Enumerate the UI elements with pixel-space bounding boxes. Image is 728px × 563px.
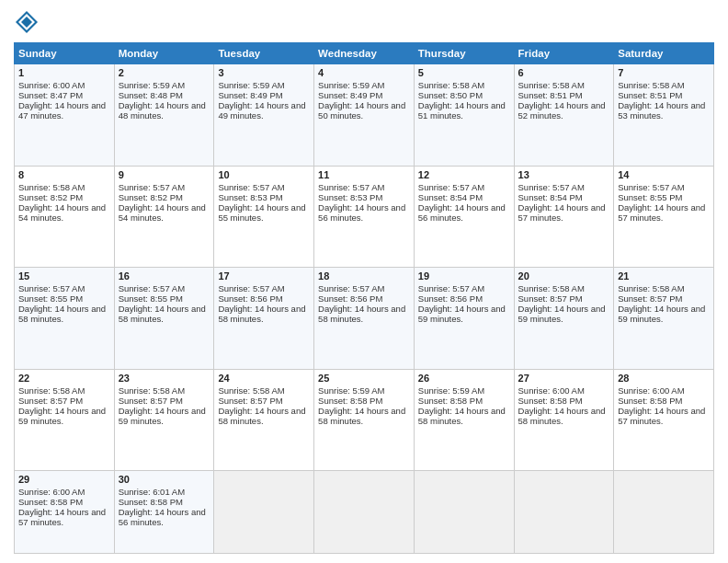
calendar-week-row: 15 Sunrise: 5:57 AM Sunset: 8:55 PM Dayl…: [15, 268, 714, 370]
sunrise-text: Sunrise: 5:57 AM: [618, 182, 684, 192]
day-number: 23: [119, 373, 210, 384]
sunset-text: Sunset: 8:57 PM: [518, 293, 583, 304]
daylight-text: Daylight: 14 hours and 59 minutes.: [418, 304, 506, 324]
daylight-text: Daylight: 14 hours and 53 minutes.: [618, 100, 705, 121]
sunrise-text: Sunrise: 5:59 AM: [318, 80, 384, 90]
table-row: 16 Sunrise: 5:57 AM Sunset: 8:55 PM Dayl…: [114, 268, 214, 370]
col-sunday: Sunday: [15, 43, 115, 64]
day-number: 1: [18, 67, 110, 78]
table-row: 23 Sunrise: 5:58 AM Sunset: 8:57 PM Dayl…: [114, 369, 214, 471]
sunrise-text: Sunrise: 5:57 AM: [119, 182, 185, 192]
sunset-text: Sunset: 8:50 PM: [418, 90, 483, 100]
day-number: 13: [518, 169, 610, 180]
day-number: 16: [119, 270, 210, 282]
table-row: [214, 471, 314, 554]
daylight-text: Daylight: 14 hours and 48 minutes.: [119, 100, 206, 121]
sunset-text: Sunset: 8:52 PM: [119, 192, 183, 202]
calendar-week-row: 22 Sunrise: 5:58 AM Sunset: 8:57 PM Dayl…: [15, 369, 714, 471]
sunrise-text: Sunrise: 5:57 AM: [418, 283, 484, 293]
table-row: 18 Sunrise: 5:57 AM Sunset: 8:56 PM Dayl…: [314, 268, 415, 370]
day-number: 18: [318, 270, 410, 282]
sunrise-text: Sunrise: 5:57 AM: [218, 283, 284, 293]
daylight-text: Daylight: 14 hours and 57 minutes.: [518, 202, 606, 223]
sunrise-text: Sunrise: 5:59 AM: [318, 385, 384, 396]
calendar-week-row: 29 Sunrise: 6:00 AM Sunset: 8:58 PM Dayl…: [15, 471, 714, 554]
table-row: 9 Sunrise: 5:57 AM Sunset: 8:52 PM Dayli…: [114, 166, 214, 268]
table-row: [414, 471, 514, 554]
sunset-text: Sunset: 8:58 PM: [318, 396, 382, 406]
day-number: 30: [119, 474, 210, 485]
day-number: 15: [18, 270, 110, 282]
sunrise-text: Sunrise: 5:57 AM: [418, 182, 484, 192]
table-row: 20 Sunrise: 5:58 AM Sunset: 8:57 PM Dayl…: [514, 268, 614, 370]
sunset-text: Sunset: 8:54 PM: [518, 192, 583, 202]
day-number: 11: [318, 169, 410, 180]
table-row: 1 Sunrise: 6:00 AM Sunset: 8:47 PM Dayli…: [15, 64, 115, 167]
day-number: 6: [518, 67, 610, 78]
sunrise-text: Sunrise: 5:59 AM: [418, 385, 484, 396]
daylight-text: Daylight: 14 hours and 59 minutes.: [18, 406, 106, 426]
sunrise-text: Sunrise: 5:58 AM: [618, 283, 684, 293]
daylight-text: Daylight: 14 hours and 58 minutes.: [318, 406, 405, 426]
day-number: 26: [418, 373, 510, 384]
sunrise-text: Sunrise: 6:00 AM: [618, 385, 684, 396]
sunrise-text: Sunrise: 5:59 AM: [119, 80, 185, 90]
col-tuesday: Tuesday: [214, 43, 314, 64]
daylight-text: Daylight: 14 hours and 57 minutes.: [618, 406, 705, 426]
sunset-text: Sunset: 8:49 PM: [218, 90, 282, 100]
table-row: [314, 471, 415, 554]
daylight-text: Daylight: 14 hours and 50 minutes.: [318, 100, 405, 121]
header: [14, 9, 714, 35]
day-number: 29: [18, 474, 110, 485]
sunrise-text: Sunrise: 5:59 AM: [218, 80, 284, 90]
day-number: 22: [18, 373, 110, 384]
daylight-text: Daylight: 14 hours and 57 minutes.: [18, 507, 106, 527]
day-number: 25: [318, 373, 410, 384]
daylight-text: Daylight: 14 hours and 56 minutes.: [318, 202, 405, 223]
daylight-text: Daylight: 14 hours and 52 minutes.: [518, 100, 606, 121]
sunrise-text: Sunrise: 5:57 AM: [318, 283, 384, 293]
day-number: 27: [518, 373, 610, 384]
daylight-text: Daylight: 14 hours and 58 minutes.: [418, 406, 506, 426]
table-row: 25 Sunrise: 5:59 AM Sunset: 8:58 PM Dayl…: [314, 369, 415, 471]
calendar-week-row: 8 Sunrise: 5:58 AM Sunset: 8:52 PM Dayli…: [15, 166, 714, 268]
col-saturday: Saturday: [614, 43, 714, 64]
sunset-text: Sunset: 8:58 PM: [518, 396, 583, 406]
sunrise-text: Sunrise: 5:57 AM: [119, 283, 185, 293]
daylight-text: Daylight: 14 hours and 58 minutes.: [518, 406, 606, 426]
sunset-text: Sunset: 8:56 PM: [318, 293, 382, 304]
table-row: 19 Sunrise: 5:57 AM Sunset: 8:56 PM Dayl…: [414, 268, 514, 370]
daylight-text: Daylight: 14 hours and 56 minutes.: [418, 202, 506, 223]
table-row: 4 Sunrise: 5:59 AM Sunset: 8:49 PM Dayli…: [314, 64, 415, 167]
table-row: [614, 471, 714, 554]
sunset-text: Sunset: 8:58 PM: [618, 396, 682, 406]
sunset-text: Sunset: 8:55 PM: [618, 192, 682, 202]
table-row: 15 Sunrise: 5:57 AM Sunset: 8:55 PM Dayl…: [15, 268, 115, 370]
col-wednesday: Wednesday: [314, 43, 415, 64]
sunrise-text: Sunrise: 5:58 AM: [618, 80, 684, 90]
sunrise-text: Sunrise: 6:00 AM: [18, 80, 85, 90]
day-number: 2: [119, 67, 210, 78]
sunset-text: Sunset: 8:51 PM: [618, 90, 682, 100]
day-number: 10: [218, 169, 310, 180]
sunrise-text: Sunrise: 5:58 AM: [518, 283, 585, 293]
sunrise-text: Sunrise: 5:57 AM: [18, 283, 85, 293]
daylight-text: Daylight: 14 hours and 56 minutes.: [119, 507, 206, 527]
logo: [14, 9, 43, 35]
sunset-text: Sunset: 8:49 PM: [318, 90, 382, 100]
table-row: 8 Sunrise: 5:58 AM Sunset: 8:52 PM Dayli…: [15, 166, 115, 268]
day-number: 4: [318, 67, 410, 78]
table-row: 30 Sunrise: 6:01 AM Sunset: 8:58 PM Dayl…: [114, 471, 214, 554]
day-number: 12: [418, 169, 510, 180]
table-row: 21 Sunrise: 5:58 AM Sunset: 8:57 PM Dayl…: [614, 268, 714, 370]
table-row: 2 Sunrise: 5:59 AM Sunset: 8:48 PM Dayli…: [114, 64, 214, 167]
table-row: 12 Sunrise: 5:57 AM Sunset: 8:54 PM Dayl…: [414, 166, 514, 268]
sunset-text: Sunset: 8:56 PM: [218, 293, 282, 304]
sunrise-text: Sunrise: 5:57 AM: [518, 182, 585, 192]
day-number: 3: [218, 67, 310, 78]
sunset-text: Sunset: 8:55 PM: [119, 293, 183, 304]
day-number: 9: [119, 169, 210, 180]
daylight-text: Daylight: 14 hours and 59 minutes.: [119, 406, 206, 426]
col-thursday: Thursday: [414, 43, 514, 64]
sunrise-text: Sunrise: 5:58 AM: [418, 80, 484, 90]
